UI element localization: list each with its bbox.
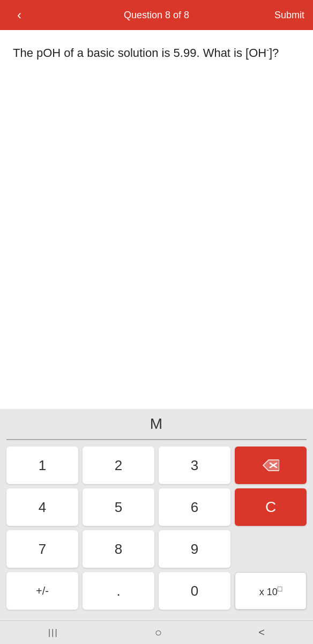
key-3[interactable]: 3 — [159, 447, 230, 484]
submit-button[interactable]: Submit — [274, 10, 304, 21]
key-clear[interactable]: C — [235, 488, 307, 526]
menu-icon[interactable]: ||| — [48, 628, 58, 638]
question-text: The pOH of a basic solution is 5.99. Wha… — [13, 45, 300, 62]
keypad-area: M 1 2 3 4 5 6 C 7 8 9 +/- . 0 x 10□ — [0, 409, 313, 620]
key-1[interactable]: 1 — [6, 447, 78, 484]
question-area: The pOH of a basic solution is 5.99. Wha… — [0, 30, 313, 309]
key-8[interactable]: 8 — [83, 530, 154, 568]
x10-label: x 10□ — [259, 584, 282, 598]
question-label: Question 8 of 8 — [124, 10, 189, 21]
display-row: M — [6, 409, 307, 440]
key-plus-minus[interactable]: +/- — [6, 572, 78, 610]
display-value: M — [150, 415, 163, 435]
key-5[interactable]: 5 — [83, 488, 154, 526]
empty-slot — [235, 530, 307, 568]
key-7[interactable]: 7 — [6, 530, 78, 568]
back-button[interactable]: ‹ — [9, 8, 30, 23]
key-decimal[interactable]: . — [83, 572, 154, 610]
home-circle-icon[interactable]: ○ — [155, 626, 162, 640]
backspace-icon — [262, 459, 279, 471]
key-9[interactable]: 9 — [159, 530, 230, 568]
back-icon: ‹ — [17, 8, 21, 23]
keypad-grid: 1 2 3 4 5 6 C 7 8 9 +/- . 0 x 10□ — [6, 447, 307, 610]
key-0[interactable]: 0 — [159, 572, 230, 610]
header: ‹ Question 8 of 8 Submit — [0, 0, 313, 30]
nav-bar: ||| ○ < — [0, 620, 313, 644]
key-2[interactable]: 2 — [83, 447, 154, 484]
nav-back-icon[interactable]: < — [258, 626, 265, 639]
key-4[interactable]: 4 — [6, 488, 78, 526]
key-backspace[interactable] — [235, 447, 307, 484]
key-x10[interactable]: x 10□ — [235, 572, 307, 610]
key-6[interactable]: 6 — [159, 488, 230, 526]
